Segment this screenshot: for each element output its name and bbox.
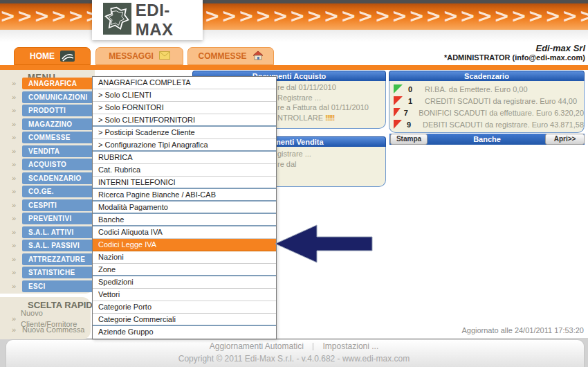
sidebar-item-attrezzature: »ATTREZZATURE — [0, 253, 95, 265]
footer-link-aggiornamenti[interactable]: Aggiornamenti Automatici — [210, 341, 304, 351]
scadenzario-row: 0RI.BA. da Emettere. Euro 0,00 — [389, 83, 584, 95]
arrow-bullet-icon: » — [12, 240, 22, 251]
quick-link-row: »Nuova Commessa — [0, 324, 91, 335]
pointer-arrow — [273, 220, 375, 267]
sidebar-item-statistiche: »STATISTICHE — [0, 267, 95, 278]
tab-messaggi[interactable]: MESSAGGI — [95, 47, 183, 65]
arrow-bullet-icon: » — [12, 91, 22, 103]
arrow-bullet-icon: » — [12, 145, 22, 157]
sidebar-item-label[interactable]: VENDITA — [22, 145, 95, 157]
session-info: Edi-max Srl *ADMINISTRATOR (info@edi-max… — [444, 43, 585, 62]
anagrafica-dropdown-menu: ANAGRAFICA COMPLETA> Solo CLIENTI> Solo … — [92, 76, 277, 339]
edimax-logo-icon — [103, 3, 131, 35]
sidebar-item-s-a-l-passivi: »S.A.L. PASSIVI — [0, 240, 95, 251]
sidebar-item-s-a-l-attivi: »S.A.L. ATTIVI — [0, 226, 95, 238]
sidebar-item-vendita: »VENDITA — [0, 145, 95, 157]
panel-scadenzario: Scadenzario 0RI.BA. da Emettere. Euro 0,… — [389, 71, 585, 133]
menu-item-modalit-pagamento[interactable]: Modalità Pagamento — [93, 202, 276, 214]
menu-item-anagrafica-completa[interactable]: ANAGRAFICA COMPLETA — [93, 77, 276, 89]
sidebar-item-label[interactable]: COMMESSE — [22, 132, 95, 143]
menu-item-rubrica[interactable]: RUBRICA — [93, 152, 276, 164]
menu-item-ricerca-pagine-bianche-abi-cab[interactable]: Ricerca Pagine Bianche / ABI-CAB — [93, 189, 276, 202]
sidebar-item-label[interactable]: MAGAZZINO — [22, 118, 95, 130]
arrow-bullet-icon: » — [12, 118, 22, 130]
sidebar-item-label[interactable]: SCADENZARIO — [22, 172, 95, 184]
arrow-bullet-icon: » — [12, 159, 22, 170]
tab-messaggi-label: MESSAGGI — [109, 51, 154, 61]
menu-item-vettori[interactable]: Vettori — [93, 289, 276, 301]
sidebar-item-preventivi: »PREVENTIVI — [0, 213, 95, 224]
scadenzario-row: 9DEBITI SCADUTI da registrare. Euro 43.8… — [389, 118, 584, 130]
chevron-banner: >>>>>>>>>>>>>>>>>>>>>>>>>>>>>>>>>>>>>>>>… — [0, 3, 588, 30]
panel-scadenzario-title: Scadenzario — [389, 71, 585, 81]
menu-item-categorie-commerciali[interactable]: Categorie Commerciali — [93, 314, 276, 326]
sidebar-item-label[interactable]: STATISTICHE — [22, 267, 95, 278]
menu-item-codici-legge-iva[interactable]: Codici Legge IVA — [93, 239, 276, 251]
sidebar-item-label[interactable]: PREVENTIVI — [22, 213, 95, 224]
sidebar-item-acquisto: »ACQUISTO — [0, 159, 95, 170]
scadenzario-count: 7 — [401, 109, 412, 117]
sidebar-item-label[interactable]: S.A.L. ATTIVI — [22, 226, 95, 238]
menu-item-spedizioni[interactable]: Spedizioni — [93, 276, 276, 289]
footer-link-impostazioni[interactable]: Impostazioni ... — [323, 341, 379, 351]
menu-item--configurazione-tipi-anagrafica[interactable]: > Configurazione Tipi Anagrafica — [93, 139, 276, 152]
arrow-bullet-icon: » — [12, 199, 22, 211]
sidebar-item-anagrafica: »ANAGRAFICA — [0, 78, 95, 89]
arrow-bullet-icon: » — [12, 226, 22, 238]
stampa-button[interactable]: Stampa — [390, 134, 428, 145]
sidebar-item-label[interactable]: ACQUISTO — [22, 159, 95, 170]
company-name: Edi-max Srl — [444, 43, 585, 53]
menu-item--solo-clienti[interactable]: > Solo CLIENTI — [93, 89, 276, 102]
sidebar-item-label[interactable]: S.A.L. PASSIVI — [22, 240, 95, 251]
scadenzario-count: 9 — [402, 120, 416, 129]
menu-item-banche[interactable]: Banche — [93, 214, 276, 226]
arrow-bullet-icon: » — [12, 324, 22, 336]
sidebar-item-co-ge-: »CO.GE. — [0, 186, 95, 197]
logged-user: *ADMINISTRATOR (info@edi-max.com) — [444, 53, 585, 62]
scadenzario-row: 1CREDITI SCADUTI da registrare. Euro 44,… — [389, 95, 584, 107]
sidebar-item-label[interactable]: CO.GE. — [22, 186, 95, 197]
menu-item-zone[interactable]: Zone — [93, 264, 276, 276]
footer-link-divider — [313, 343, 313, 350]
menu-item-codici-aliquota-iva[interactable]: Codici Aliquota IVA — [93, 226, 276, 239]
arrow-bullet-icon: » — [12, 186, 22, 197]
sidebar-item-esci: »ESCI — [0, 280, 95, 292]
sidebar-item-label[interactable]: ATTREZZATURE — [22, 253, 95, 265]
menu-item-cat-rubrica[interactable]: Cat. Rubrica — [93, 164, 276, 177]
menu-item--posticipi-scadenze-cliente[interactable]: > Posticipi Scadenze Cliente — [93, 127, 276, 139]
tab-commesse[interactable]: COMMESSE — [187, 47, 274, 65]
apri-button[interactable]: Apri>> — [545, 134, 585, 145]
sidebar-item-label[interactable]: PRODOTTI — [22, 105, 95, 116]
tab-home-label: HOME — [30, 51, 55, 61]
alert-marks: !!!!! — [325, 114, 334, 122]
sidebar-item-label[interactable]: ESCI — [22, 280, 95, 292]
red-flag-icon — [394, 120, 402, 129]
scadenzario-text: RI.BA. da Emettere. Euro 0,00 — [425, 85, 528, 93]
sidebar-item-label[interactable]: ANAGRAFICA — [22, 78, 95, 89]
sidebar-item-label[interactable]: COMUNICAZIONI — [22, 91, 95, 103]
accent-bar — [0, 65, 588, 70]
menu-item-interni-telefonici[interactable]: INTERNI TELEFONICI — [93, 177, 276, 189]
menu-item--solo-clienti-fornitori[interactable]: > Solo CLIENTI/FORNITORI — [93, 114, 276, 127]
quick-link[interactable]: Nuova Commessa — [22, 324, 84, 335]
red-flag-icon — [394, 96, 403, 105]
scadenzario-row: 7BONIFICI SCADUTI da effettuare. Euro 6.… — [389, 107, 584, 118]
scadenzario-text: DEBITI SCADUTI da registrare. Euro 43.87… — [423, 120, 584, 129]
tab-home[interactable]: HOME — [14, 47, 91, 65]
green-flag-icon — [394, 84, 403, 93]
scadenzario-count: 1 — [403, 97, 418, 105]
document-row-text: re dal — [277, 160, 297, 168]
document-row-text: re dal 01/11/2010 — [277, 83, 336, 91]
arrow-bullet-icon: » — [12, 132, 22, 143]
menu-item--solo-fornitori[interactable]: > Solo FORNITORI — [93, 102, 276, 114]
document-row-text: gistrare ... — [277, 150, 311, 158]
menu-item-aziende-gruppo[interactable]: Aziende Gruppo — [93, 326, 276, 339]
menu-item-nazioni[interactable]: Nazioni — [93, 251, 276, 264]
app-window: >>>>>>>>>>>>>>>>>>>>>>>>>>>>>>>>>>>>>>>>… — [0, 0, 588, 367]
sidebar-item-label[interactable]: CESPITI — [22, 199, 95, 211]
document-row-text: Registrare ... — [277, 93, 321, 102]
sidebar-item-scadenzario: »SCADENZARIO — [0, 172, 95, 184]
menu-item-categorie-porto[interactable]: Categorie Porto — [93, 301, 276, 314]
brand-title: EDI-MAX — [136, 1, 203, 39]
document-row-text: NTROLLARE — [277, 114, 325, 122]
